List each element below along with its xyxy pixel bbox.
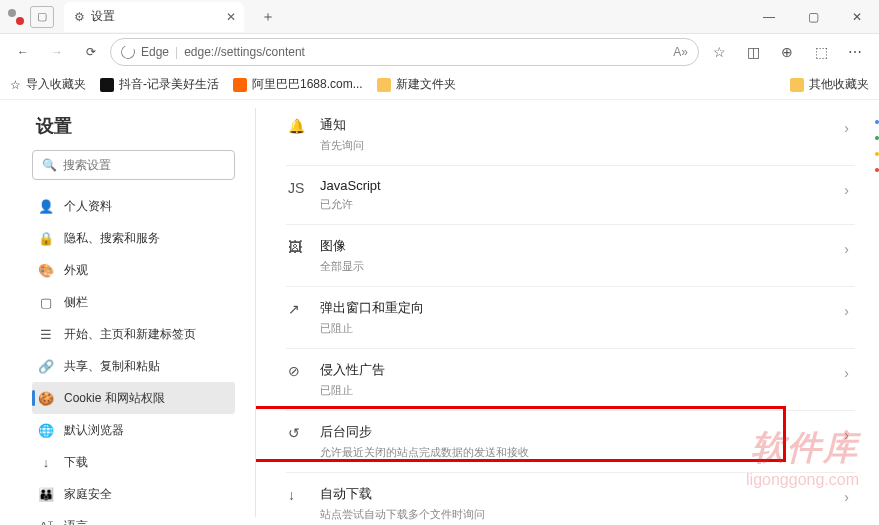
row-icon: JS	[288, 180, 306, 196]
tab-title: 设置	[91, 8, 115, 25]
setting-row-4[interactable]: ⊘ 侵入性广告 已阻止 ›	[286, 349, 855, 411]
row-sub: 已阻止	[320, 321, 830, 336]
forward-button: →	[42, 38, 72, 66]
sidebar-item-icon: ↓	[38, 455, 54, 470]
refresh-button[interactable]: ⟳	[76, 38, 106, 66]
split-screen-button[interactable]: ◫	[737, 38, 769, 66]
alibaba-icon	[233, 78, 247, 92]
extensions-button[interactable]: ⬚	[805, 38, 837, 66]
chevron-right-icon: ›	[844, 241, 849, 257]
maximize-button[interactable]: ▢	[791, 0, 835, 34]
chevron-right-icon: ›	[844, 303, 849, 319]
search-icon: 🔍	[42, 158, 57, 172]
row-icon: 🔔	[288, 118, 306, 134]
sidebar-item-icon: 👤	[38, 199, 54, 214]
setting-row-5[interactable]: ↺ 后台同步 允许最近关闭的站点完成数据的发送和接收 ›	[286, 411, 855, 473]
sidebar-item-label: 默认浏览器	[64, 422, 124, 439]
folder-icon	[790, 78, 804, 92]
sidebar-item-label: 侧栏	[64, 294, 88, 311]
bm-import[interactable]: ☆导入收藏夹	[10, 76, 86, 93]
sidebar-item-8[interactable]: ↓下载	[32, 446, 235, 478]
row-sub: 允许最近关闭的站点完成数据的发送和接收	[320, 445, 830, 460]
setting-row-1[interactable]: JS JavaScript 已允许 ›	[286, 166, 855, 225]
bookmarks-bar: ☆导入收藏夹 抖音-记录美好生活 阿里巴巴1688.com... 新建文件夹 其…	[0, 70, 879, 100]
settings-content: 🔔 通知 首先询问 ›JS JavaScript 已允许 ›🖼 图像 全部显示 …	[256, 100, 879, 525]
sidebar-item-label: 隐私、搜索和服务	[64, 230, 160, 247]
sidebar-item-label: 共享、复制和粘贴	[64, 358, 160, 375]
sidebar-item-label: 开始、主页和新建标签页	[64, 326, 196, 343]
sidebar-item-icon: ▢	[38, 295, 54, 310]
sidebar-item-icon: 🔗	[38, 359, 54, 374]
sidebar-item-2[interactable]: 🎨外观	[32, 254, 235, 286]
row-title: 图像	[320, 237, 830, 255]
sidebar-item-1[interactable]: 🔒隐私、搜索和服务	[32, 222, 235, 254]
back-button[interactable]: ←	[8, 38, 38, 66]
row-title: 自动下载	[320, 485, 830, 503]
row-icon: ↓	[288, 487, 306, 503]
row-icon: ↗	[288, 301, 306, 317]
row-title: 侵入性广告	[320, 361, 830, 379]
close-icon[interactable]: ✕	[226, 10, 236, 24]
chevron-right-icon: ›	[844, 120, 849, 136]
sidebar-item-4[interactable]: ☰开始、主页和新建标签页	[32, 318, 235, 350]
row-sub: 站点尝试自动下载多个文件时询问	[320, 507, 830, 522]
favorites-button[interactable]: ☆	[703, 38, 735, 66]
setting-row-6[interactable]: ↓ 自动下载 站点尝试自动下载多个文件时询问 ›	[286, 473, 855, 525]
sidebar-item-6[interactable]: 🍪Cookie 和网站权限	[32, 382, 235, 414]
read-aloud-icon[interactable]: A»	[673, 45, 688, 59]
bm-folder1[interactable]: 新建文件夹	[377, 76, 456, 93]
edge-icon	[119, 43, 137, 61]
sidebar-item-label: 语言	[64, 518, 88, 526]
sidebar-item-icon: Aᵀ	[38, 519, 54, 526]
sidebar-item-5[interactable]: 🔗共享、复制和粘贴	[32, 350, 235, 382]
setting-row-2[interactable]: 🖼 图像 全部显示 ›	[286, 225, 855, 287]
row-title: JavaScript	[320, 178, 830, 193]
sidebar-item-0[interactable]: 👤个人资料	[32, 190, 235, 222]
address-bar: ← → ⟳ Edge | edge://settings/content A» …	[0, 34, 879, 70]
profile-avatar[interactable]	[8, 9, 24, 25]
row-sub: 首先询问	[320, 138, 830, 153]
setting-row-0[interactable]: 🔔 通知 首先询问 ›	[286, 104, 855, 166]
collections-button[interactable]: ⊕	[771, 38, 803, 66]
search-settings-input[interactable]	[32, 150, 235, 180]
sidebar-item-label: 个人资料	[64, 198, 112, 215]
url-prefix: Edge	[141, 45, 169, 59]
minimize-button[interactable]: —	[747, 0, 791, 34]
bm-alibaba[interactable]: 阿里巴巴1688.com...	[233, 76, 363, 93]
row-sub: 全部显示	[320, 259, 830, 274]
sidebar-item-7[interactable]: 🌐默认浏览器	[32, 414, 235, 446]
sidebar-item-icon: 🎨	[38, 263, 54, 278]
bm-other[interactable]: 其他收藏夹	[790, 76, 869, 93]
sidebar-item-label: Cookie 和网站权限	[64, 390, 165, 407]
bm-douyin[interactable]: 抖音-记录美好生活	[100, 76, 219, 93]
row-icon: ↺	[288, 425, 306, 441]
sidebar-item-label: 外观	[64, 262, 88, 279]
row-icon: ⊘	[288, 363, 306, 379]
sidebar-item-icon: 🌐	[38, 423, 54, 438]
row-title: 后台同步	[320, 423, 830, 441]
sidebar-item-icon: 🔒	[38, 231, 54, 246]
sidebar-item-9[interactable]: 👪家庭安全	[32, 478, 235, 510]
sidebar-item-label: 下载	[64, 454, 88, 471]
menu-button[interactable]: ⋯	[839, 38, 871, 66]
tab-settings[interactable]: ⚙ 设置 ✕	[64, 2, 244, 32]
workspaces-button[interactable]: ▢	[30, 6, 54, 28]
row-icon: 🖼	[288, 239, 306, 255]
url-field[interactable]: Edge | edge://settings/content A»	[110, 38, 699, 66]
close-window-button[interactable]: ✕	[835, 0, 879, 34]
sidebar-item-icon: 👪	[38, 487, 54, 502]
row-sub: 已允许	[320, 197, 830, 212]
sidebar-title: 设置	[36, 114, 235, 138]
row-sub: 已阻止	[320, 383, 830, 398]
sidebar-item-label: 家庭安全	[64, 486, 112, 503]
setting-row-3[interactable]: ↗ 弹出窗口和重定向 已阻止 ›	[286, 287, 855, 349]
sidebar-item-10[interactable]: Aᵀ语言	[32, 510, 235, 525]
row-title: 通知	[320, 116, 830, 134]
sidebar-item-3[interactable]: ▢侧栏	[32, 286, 235, 318]
chevron-right-icon: ›	[844, 365, 849, 381]
sidebar-item-icon: ☰	[38, 327, 54, 342]
folder-icon	[377, 78, 391, 92]
new-tab-button[interactable]: ＋	[254, 3, 282, 31]
douyin-icon	[100, 78, 114, 92]
url-path: edge://settings/content	[184, 45, 305, 59]
